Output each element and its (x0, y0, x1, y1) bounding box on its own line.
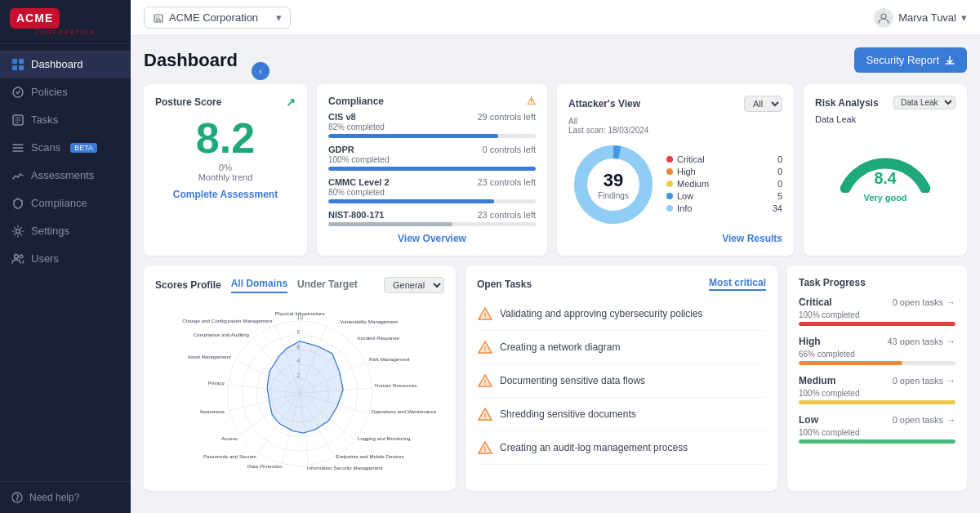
risk-filter[interactable]: Data Leak (893, 96, 956, 109)
compliance-item-1: GDPR 0 controls left 100% completed (328, 145, 536, 171)
user-icon (878, 12, 889, 24)
user-name: Marva Tuval (898, 11, 956, 24)
page-title: Dashboard (144, 50, 238, 71)
donut-center: 39 Findings (598, 170, 629, 200)
svg-text:8.4: 8.4 (874, 169, 896, 187)
company-selector[interactable]: ACME Corporation ▾ (144, 7, 291, 29)
svg-text:Change and Configuration Manag: Change and Configuration Management (182, 318, 272, 323)
view-results-link[interactable]: View Results (568, 233, 782, 244)
bottom-cards-row: Scores Profile All Domains Under Target … (144, 265, 967, 491)
task-text-1: Creating a network diagram (500, 341, 620, 353)
tp-count-low[interactable]: 0 open tasks → (893, 415, 956, 425)
svg-point-8 (20, 255, 23, 258)
svg-point-6 (16, 229, 20, 233)
logo-line1: ACME (16, 11, 53, 25)
sidebar-item-assessments[interactable]: Assessments (0, 162, 131, 190)
attackers-legend: Critical 0 High 0 Medium 0 (666, 154, 782, 216)
legend-info: Info 34 (666, 203, 782, 213)
user-menu[interactable]: Marva Tuval ▾ (874, 8, 967, 28)
need-help-item[interactable]: Need help? (11, 492, 119, 503)
company-name: ACME Corporation (169, 11, 258, 24)
tab-under-target[interactable]: Under Target (297, 279, 358, 292)
need-help-label: Need help? (29, 492, 79, 503)
attackers-view-card: Attacker's View All All Last scan: 18/03… (557, 84, 794, 256)
trend-up-icon: ↗ (286, 96, 296, 109)
svg-text:Access: Access (221, 435, 238, 441)
sidebar-item-compliance[interactable]: Compliance (0, 190, 131, 217)
tp-count-high[interactable]: 43 open tasks → (888, 337, 956, 346)
building-icon (153, 12, 164, 24)
complete-assessment-button[interactable]: Complete Assessment (155, 189, 296, 200)
open-tasks-title: Open Tasks (477, 279, 532, 290)
security-report-label: Security Report (866, 54, 939, 66)
svg-text:!: ! (484, 445, 487, 453)
task-item-2[interactable]: ! Documenting sensitive data flows (477, 364, 766, 398)
compliance-warning-icon: ⚠ (527, 96, 536, 107)
compliance-title: Compliance ⚠ (328, 96, 536, 107)
svg-point-11 (881, 14, 886, 19)
compliance-item-2: CMMC Level 2 23 controls left 80% comple… (328, 177, 536, 203)
sidebar-collapse-btn[interactable]: ‹ (252, 62, 270, 80)
sidebar-item-settings[interactable]: Settings (0, 217, 131, 245)
svg-text:Information Security Managemen: Information Security Management (307, 465, 383, 471)
svg-text:Awareness: Awareness (199, 408, 224, 414)
task-warning-icon-1: ! (477, 339, 493, 355)
sidebar-label-scans: Scans (31, 141, 60, 154)
svg-text:Operations and Maintenance: Operations and Maintenance (372, 408, 437, 414)
tp-count-medium[interactable]: 0 open tasks → (893, 376, 956, 386)
svg-text:!: ! (484, 345, 487, 353)
dashboard-icon (11, 58, 24, 71)
logo-area: ACME CORPORATION (0, 0, 131, 44)
legend-low: Low 5 (666, 191, 782, 201)
task-warning-icon-3: ! (477, 406, 493, 422)
posture-score-title: Posture Score ↗ (155, 96, 296, 109)
compliance-icon (11, 197, 24, 210)
view-overview-link[interactable]: View Overview (328, 233, 536, 244)
donut-number: 39 (598, 170, 629, 191)
attackers-view-filter[interactable]: All (744, 96, 782, 112)
sidebar-item-tasks[interactable]: Tasks (0, 106, 131, 134)
compliance-item-sub-0: 82% completed (328, 123, 536, 132)
task-item-3[interactable]: ! Shredding sensitive documents (477, 398, 766, 431)
sidebar-label-tasks: Tasks (31, 114, 58, 126)
svg-text:Privacy: Privacy (208, 380, 225, 386)
dashboard-content: Dashboard Security Report Posture Score … (131, 36, 980, 513)
open-tasks-card: Open Tasks Most critical ! Validating an… (466, 265, 777, 491)
sidebar-label-assessments: Assessments (31, 169, 94, 181)
sidebar-label-policies: Policies (31, 86, 68, 98)
logo-box: ACME (10, 8, 60, 29)
compliance-card: Compliance ⚠ CIS v8 29 controls left 82%… (317, 84, 547, 256)
legend-high: High 0 (666, 167, 782, 176)
tp-label-low: Low (799, 414, 818, 426)
compliance-item-3: NIST-800-171 23 controls left (328, 210, 536, 226)
most-critical-filter[interactable]: Most critical (709, 277, 766, 291)
attackers-view-title: Attacker's View (568, 98, 640, 109)
sidebar-item-scans[interactable]: Scans BETA (0, 134, 131, 162)
tab-all-domains[interactable]: All Domains (231, 278, 287, 293)
task-progress-card: Task Progress Critical 0 open tasks → 10… (787, 265, 967, 491)
svg-point-7 (15, 254, 19, 258)
svg-text:Compliance and Auditing: Compliance and Auditing (194, 332, 250, 337)
help-icon (11, 492, 23, 503)
sidebar-nav: Dashboard Policies Tasks Scans BETA (0, 44, 131, 481)
tp-arrow-high: → (947, 337, 956, 346)
sidebar-item-dashboard[interactable]: Dashboard (0, 51, 131, 78)
svg-text:Endpoints and Mobile Devices: Endpoints and Mobile Devices (336, 453, 403, 459)
compliance-item-name-1: GDPR (328, 145, 354, 154)
tp-count-critical[interactable]: 0 open tasks → (893, 297, 956, 307)
critical-dot (666, 156, 673, 163)
security-report-button[interactable]: Security Report (854, 47, 967, 73)
svg-text:Human Resources: Human Resources (375, 382, 416, 388)
task-warning-icon-0: ! (477, 306, 493, 322)
task-item-4[interactable]: ! Creating an audit-log management proce… (477, 431, 766, 465)
task-item-1[interactable]: ! Creating a network diagram (477, 331, 766, 364)
sidebar-item-policies[interactable]: Policies (0, 78, 131, 106)
sidebar-bottom: Need help? (0, 481, 131, 513)
donut-label: Findings (598, 191, 629, 200)
scan-info: All Last scan: 18/03/2024 (568, 117, 782, 135)
task-item-0[interactable]: ! Validating and approving cybersecurity… (477, 297, 766, 331)
svg-text:!: ! (484, 311, 487, 319)
domain-filter[interactable]: General (384, 277, 444, 293)
tp-sub-high: 66% completed (799, 350, 956, 359)
sidebar-item-users[interactable]: Users (0, 245, 131, 273)
